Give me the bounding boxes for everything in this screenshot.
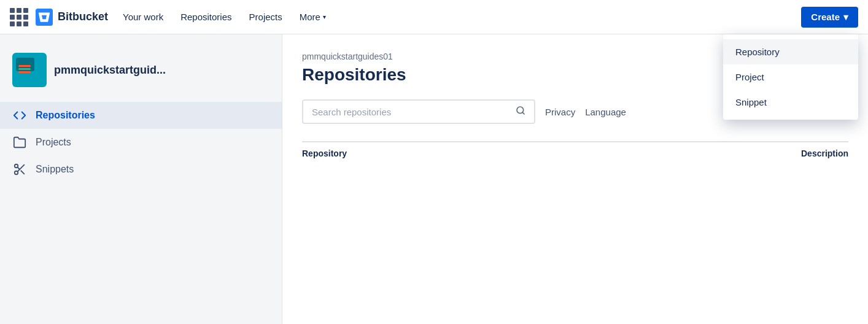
dropdown-item-project[interactable]: Project xyxy=(723,64,858,90)
svg-line-4 xyxy=(21,171,24,174)
more-chevron-icon: ▾ xyxy=(323,14,326,20)
logo-text: Bitbucket xyxy=(58,10,108,23)
folder-icon xyxy=(12,135,27,150)
sidebar-item-snippets-label: Snippets xyxy=(36,164,74,175)
sidebar: pmmquickstartguid... Repositories Projec… xyxy=(0,34,282,324)
create-chevron-icon: ▾ xyxy=(843,12,848,23)
search-input[interactable] xyxy=(312,107,511,117)
nav-more[interactable]: More ▾ xyxy=(292,7,333,27)
sidebar-item-repositories[interactable]: Repositories xyxy=(0,102,282,129)
code-icon xyxy=(12,108,27,123)
search-box xyxy=(302,99,535,124)
svg-line-7 xyxy=(522,112,524,114)
nav-your-work[interactable]: Your work xyxy=(115,7,171,27)
table-header-repository: Repository xyxy=(302,148,664,158)
create-dropdown-menu: Repository Project Snippet xyxy=(723,34,858,120)
sidebar-item-repositories-label: Repositories xyxy=(36,110,95,121)
svg-line-5 xyxy=(17,167,20,169)
filter-privacy-label: Privacy xyxy=(545,107,575,117)
workspace-name: pmmquickstartguid... xyxy=(54,64,166,77)
svg-rect-0 xyxy=(36,9,53,26)
workspace-item[interactable]: pmmquickstartguid... xyxy=(0,47,282,97)
sidebar-item-snippets[interactable]: Snippets xyxy=(0,156,282,183)
sidebar-item-projects[interactable]: Projects xyxy=(0,129,282,156)
workspace-avatar xyxy=(12,53,47,87)
dropdown-item-snippet[interactable]: Snippet xyxy=(723,90,858,115)
topnav: Bitbucket Your work Repositories Project… xyxy=(0,0,868,34)
topnav-left: Bitbucket Your work Repositories Project… xyxy=(10,7,801,27)
nav-projects[interactable]: Projects xyxy=(242,7,290,27)
filter-language-label: Language xyxy=(585,107,626,117)
bitbucket-logo[interactable]: Bitbucket xyxy=(36,9,108,26)
sidebar-item-projects-label: Projects xyxy=(36,137,71,148)
create-button[interactable]: Create ▾ xyxy=(801,7,858,28)
dropdown-item-repository[interactable]: Repository xyxy=(723,39,858,64)
table-header-description: Description xyxy=(664,148,848,158)
nav-repositories[interactable]: Repositories xyxy=(173,7,239,27)
search-icon xyxy=(516,106,525,118)
nav-links: Your work Repositories Projects More ▾ xyxy=(115,7,333,27)
scissors-icon xyxy=(12,162,27,177)
grid-menu-icon[interactable] xyxy=(10,8,28,26)
table-header-row: Repository Description xyxy=(302,141,848,161)
